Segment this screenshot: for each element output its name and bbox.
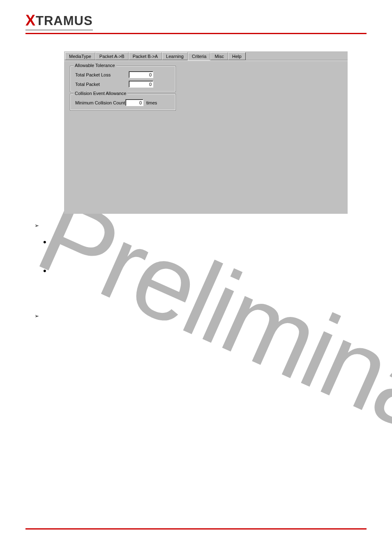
criteria-panel-body: Allowable Tolerance Total Packet Loss To… <box>64 60 348 117</box>
tab-strip: MediaType Packet A->B Packet B->A Learni… <box>64 51 348 60</box>
total-packet-loss-input[interactable] <box>129 71 153 78</box>
tab-mediatype[interactable]: MediaType <box>65 52 95 60</box>
chevron-icon: ➢ <box>35 222 39 229</box>
total-packet-loss-label: Total Packet Loss <box>75 72 129 77</box>
minimum-collision-count-input[interactable] <box>125 99 143 106</box>
bottom-rule <box>25 528 367 530</box>
tab-packet-a-b[interactable]: Packet A->B <box>95 52 129 60</box>
watermark-text: Preliminary <box>21 173 392 492</box>
bullet-icon: • <box>43 240 46 244</box>
tab-learning[interactable]: Learning <box>162 52 188 60</box>
allowable-tolerance-group: Allowable Tolerance Total Packet Loss To… <box>70 66 176 92</box>
brand-rest: TRAMUS <box>36 14 93 28</box>
settings-dialog: MediaType Packet A->B Packet B->A Learni… <box>64 51 348 214</box>
tab-help[interactable]: Help <box>228 52 246 60</box>
bullet-icon: • <box>43 269 46 273</box>
brand-x: X <box>25 12 36 29</box>
total-packet-label: Total Packet <box>75 82 129 87</box>
collision-event-allowance-legend: Collision Event Allowance <box>74 91 127 96</box>
brand-logo: XTRAMUS <box>25 12 93 29</box>
top-rule <box>25 33 367 34</box>
chevron-icon: ➢ <box>35 313 39 319</box>
tab-packet-b-a[interactable]: Packet B->A <box>129 52 162 60</box>
brand-underline <box>25 30 93 30</box>
tab-misc[interactable]: Misc <box>210 52 228 60</box>
times-suffix: times <box>146 100 157 105</box>
tab-criteria[interactable]: Criteria <box>188 53 210 60</box>
collision-event-allowance-group: Collision Event Allowance Minimum Collis… <box>70 94 176 111</box>
minimum-collision-count-label: Minimum Collision Count <box>75 100 125 105</box>
total-packet-input[interactable] <box>129 81 153 88</box>
allowable-tolerance-legend: Allowable Tolerance <box>74 63 116 68</box>
